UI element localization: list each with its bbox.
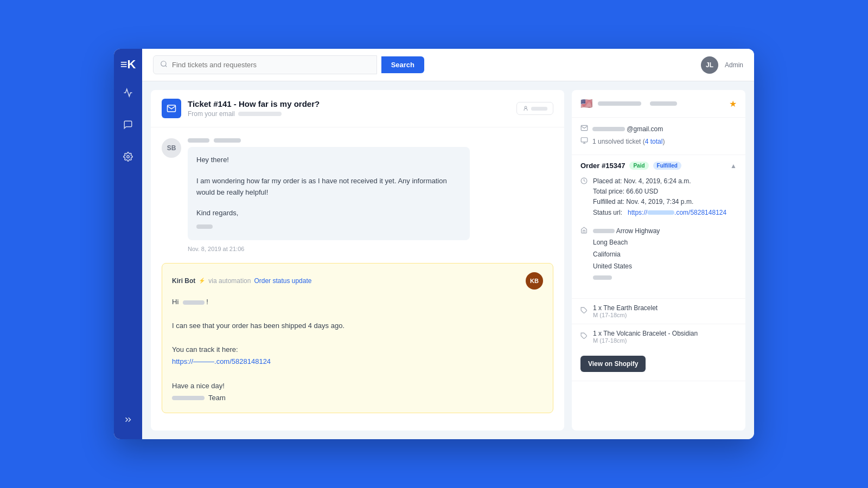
email-prefix-bar: @gmail.com (592, 125, 663, 133)
sidebar: ≡K (114, 49, 142, 439)
fulfilled-at: Fulfilled at: Nov. 4, 2019, 7:34 p.m. (593, 197, 726, 207)
sidebar-expand[interactable] (120, 412, 136, 431)
bot-avatar: KB (526, 272, 543, 290)
bot-track-link[interactable]: https://———.com/5828148124 (172, 357, 271, 365)
email-row: @gmail.com (580, 124, 737, 133)
product-tag-icon-2 (580, 332, 588, 341)
content-area: Ticket #141 - How far is my order? From … (142, 81, 754, 439)
sender-name-bar1 (188, 138, 209, 143)
order-section: Order #15347 Paid Fulfilled ▲ (572, 155, 745, 381)
svg-line-2 (165, 66, 167, 67)
ticket-body: SB Hey there! I am wondering how far my … (151, 127, 564, 431)
message-line2: I am wondering how far my order is as I … (196, 176, 461, 198)
product-row-1: 1 x The Earth Bracelet M (17-18cm) (572, 298, 745, 324)
bot-line1: I can see that your order has been shipp… (172, 320, 543, 332)
bot-team-bar (172, 396, 205, 400)
home-icon (580, 227, 588, 235)
product-2-name: 1 x The Volcanic Bracelet - Obsidian (593, 330, 698, 337)
sidebar-icon-chat[interactable] (120, 117, 136, 136)
bot-message-body: Hi ! I can see that your order has been … (172, 296, 543, 404)
email-redacted-bar (238, 112, 282, 116)
badge-fulfilled: Fulfilled (653, 162, 681, 170)
email-suffix: @gmail.com (627, 125, 663, 133)
unsolved-tickets: 1 unsolved ticket (4 total) (592, 138, 665, 145)
bot-header-left: Kiri Bot ⚡ via automation Order status u… (172, 277, 311, 285)
topbar-right: JL Admin (701, 56, 743, 74)
right-panel: 🇺🇸 ★ (572, 90, 745, 431)
message-signature-bar (196, 221, 461, 233)
assign-button[interactable] (516, 102, 553, 115)
address-line2: Long Beach (593, 239, 628, 246)
hi-name-bar (183, 300, 205, 305)
product-2-info: 1 x The Volcanic Bracelet - Obsidian M (… (593, 330, 698, 344)
customer-message: SB Hey there! I am wondering how far my … (162, 138, 553, 252)
customer-initials: SB (167, 144, 176, 152)
view-on-shopify-button[interactable]: View on Shopify (580, 356, 646, 372)
search-box (153, 55, 377, 74)
address-line4: United States (593, 262, 632, 270)
address-bar2 (593, 275, 612, 280)
product-1-variant: M (17-18cm) (593, 312, 658, 318)
ticket-source: From your email (188, 110, 235, 118)
address-line3: California (593, 251, 621, 258)
placed-at: Placed at: Nov. 4, 2019, 6:24 a.m. (593, 176, 726, 187)
product-1-info: 1 x The Earth Bracelet M (17-18cm) (593, 304, 658, 318)
user-avatar[interactable]: JL (701, 56, 718, 74)
bot-team-suffix: Team (208, 394, 226, 402)
flag-icon: 🇺🇸 (580, 98, 592, 110)
message-line3: Kind regards, (196, 208, 461, 219)
order-dates-row: Placed at: Nov. 4, 2019, 6:24 a.m. Total… (580, 176, 737, 218)
badge-paid: Paid (629, 162, 648, 170)
username-bar2 (650, 101, 677, 106)
user-info-section: @gmail.com (572, 118, 745, 155)
bot-team-line: Team (172, 392, 543, 404)
bot-name: Kiri Bot (172, 277, 195, 285)
bot-order-link[interactable]: Order status update (254, 277, 311, 285)
app-window: ≡K (114, 49, 754, 439)
order-details: Placed at: Nov. 4, 2019, 6:24 a.m. Total… (572, 176, 745, 298)
svg-point-3 (525, 106, 527, 108)
customer-avatar: SB (162, 138, 181, 158)
svg-point-0 (127, 156, 130, 158)
bot-header: Kiri Bot ⚡ via automation Order status u… (172, 272, 543, 290)
bot-via: via automation (208, 277, 251, 285)
order-dates-text: Placed at: Nov. 4, 2019, 6:24 a.m. Total… (593, 176, 726, 218)
address-bar1 (593, 229, 615, 233)
status-url-link[interactable]: https://.com/5828148124 (626, 209, 726, 216)
svg-point-1 (161, 61, 166, 66)
assign-bar (531, 107, 547, 111)
sig-bar (196, 224, 213, 229)
bot-message: Kiri Bot ⚡ via automation Order status u… (162, 263, 553, 413)
total-price: Total price: 66.60 USD (593, 187, 726, 197)
sidebar-icon-activity[interactable] (120, 85, 136, 104)
search-button[interactable]: Search (381, 56, 424, 73)
tickets-row: 1 unsolved ticket (4 total) (580, 137, 737, 146)
user-role-label: Admin (725, 61, 743, 69)
sidebar-icon-settings[interactable] (120, 149, 136, 168)
ticket-subtitle: From your email (188, 110, 510, 118)
ticket-header: Ticket #141 - How far is my order? From … (151, 90, 564, 127)
order-title: Order #15347 Paid Fulfilled (580, 162, 681, 170)
order-id: Order #15347 (580, 162, 625, 170)
sender-name (188, 138, 470, 143)
main-area: Search JL Admin Ticket (142, 49, 754, 439)
order-header[interactable]: Order #15347 Paid Fulfilled ▲ (572, 155, 745, 176)
product-1-name: 1 x The Earth Bracelet (593, 304, 658, 312)
product-2-variant: M (17-18cm) (593, 337, 698, 344)
search-input[interactable] (172, 61, 370, 69)
message-line1: Hey there! (196, 155, 461, 166)
lightning-icon: ⚡ (199, 278, 205, 284)
email-icon (580, 124, 588, 133)
ticket-title-area: Ticket #141 - How far is my order? From … (188, 99, 510, 118)
product-row-2: 1 x The Volcanic Bracelet - Obsidian M (… (572, 324, 745, 349)
right-panel-body: @gmail.com (572, 118, 745, 431)
search-icon (160, 60, 168, 69)
address-line1: Arrow Highway (616, 227, 660, 235)
total-tickets-link[interactable]: 4 total (645, 138, 663, 145)
app-logo[interactable]: ≡K (120, 57, 136, 72)
order-address: Arrow Highway Long Beach California Unit… (593, 226, 660, 284)
star-icon[interactable]: ★ (729, 99, 737, 109)
product-tag-icon-1 (580, 307, 588, 316)
ticket-title: Ticket #141 - How far is my order? (188, 99, 510, 108)
ticket-header-actions (516, 102, 553, 115)
